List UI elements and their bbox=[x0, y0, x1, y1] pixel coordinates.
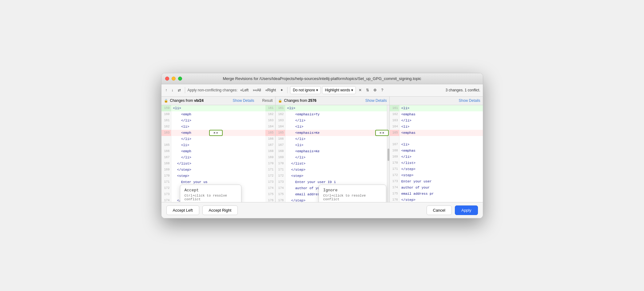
right-show-details[interactable]: Show Details bbox=[365, 98, 387, 103]
table-row: 172 <step> bbox=[276, 173, 389, 179]
table-row: 171 Enter your us 173 bbox=[161, 179, 275, 185]
left-code-area: 159 <li> 161 160 <emph 162 161 </li> 163… bbox=[161, 105, 275, 202]
far-right-code-area: 161 <li> 162 <emphas 163 </li> 164 <li> … bbox=[390, 105, 483, 202]
separator-2 bbox=[287, 87, 288, 93]
table-row: 160 <emph 162 bbox=[161, 111, 275, 118]
left-changes-label: Changes from vb/24 bbox=[170, 98, 204, 103]
table-row: 170 </list> bbox=[276, 161, 389, 167]
bottom-bar: Accept Left Accept Right Cancel Apply bbox=[161, 202, 483, 218]
table-row: 167 <li> bbox=[276, 142, 389, 148]
maximize-button[interactable] bbox=[178, 77, 182, 81]
table-row: 167 </li> 169 bbox=[161, 154, 275, 161]
toolbar: ↑ ↓ ⇄ Apply non-conflicting changes: «Le… bbox=[161, 84, 483, 97]
apply-button[interactable]: Apply bbox=[455, 205, 478, 215]
table-row: 165 <li> 167 bbox=[161, 142, 275, 148]
minimize-button[interactable] bbox=[172, 77, 176, 81]
apply-right-button[interactable]: «Right bbox=[264, 87, 278, 93]
apply-all-button[interactable]: »«All bbox=[251, 87, 263, 93]
table-row: 173 Enter your user bbox=[390, 178, 483, 185]
scrollbar-thumb[interactable] bbox=[388, 149, 389, 161]
settings-button[interactable]: ⚙ bbox=[372, 87, 378, 93]
table-row: 162 <emphasis>Ty bbox=[276, 111, 389, 118]
down-button[interactable]: ↓ bbox=[170, 87, 175, 93]
tooltip-desc-right: Ctrl+click to resolve conflict bbox=[323, 194, 382, 201]
table-row: 161 <li> bbox=[390, 105, 483, 111]
table-row: 166 </li> bbox=[276, 136, 389, 142]
table-row: 174 author of your bbox=[390, 185, 483, 191]
table-row: 171 </step> bbox=[276, 167, 389, 173]
left-conflict-tooltip: Accept Ctrl+click to resolve conflict bbox=[180, 185, 241, 202]
magic-wand-button[interactable]: ✦ bbox=[279, 87, 285, 93]
table-row: 164 <li> bbox=[276, 124, 389, 130]
tooltip-title: Accept bbox=[185, 188, 237, 193]
window-title: Merge Revisions for /Users/IdeaProjects/… bbox=[223, 76, 421, 81]
table-row: 169 </step> 171 bbox=[161, 167, 275, 173]
table-row: 168 <emphas bbox=[390, 148, 483, 154]
table-row: 168 <emphasis>Ke bbox=[276, 148, 389, 154]
table-row: 171 </step> bbox=[390, 166, 483, 172]
far-right-panel-header: Show Details bbox=[390, 97, 483, 105]
up-button[interactable]: ↑ bbox=[164, 87, 169, 93]
ignore-right-conflict-button[interactable]: « ✕ bbox=[375, 130, 389, 136]
table-row: 161 </li> 163 bbox=[161, 118, 275, 124]
table-row: 164 <li> bbox=[390, 124, 483, 130]
separator-1 bbox=[185, 87, 185, 93]
window-controls bbox=[165, 77, 182, 81]
table-row: 169 </li> bbox=[390, 154, 483, 160]
ignore-dropdown[interactable]: Do not ignore ▾ bbox=[290, 86, 321, 94]
main-content: 🔒 Changes from vb/24 Show Details Result… bbox=[161, 97, 483, 202]
scroll-sync-button[interactable]: ⇅ bbox=[364, 87, 371, 93]
left-panel-header: 🔒 Changes from vb/24 Show Details Result bbox=[161, 97, 275, 105]
close-x-button[interactable]: ✕ bbox=[357, 87, 363, 93]
table-row: 172 <step> bbox=[390, 172, 483, 178]
table-row: 173 Enter your user ID i bbox=[276, 179, 389, 185]
table-row: 163 </li> bbox=[390, 118, 483, 124]
table-row: 167 <li> bbox=[390, 142, 483, 148]
accept-left-button[interactable]: Accept Left bbox=[166, 205, 199, 215]
conflict-row-left: 163 <emph 165 ✕ » bbox=[161, 130, 275, 136]
table-row: 169 </li> bbox=[276, 154, 389, 161]
conflict-row-right: 165 <emphasis>Ke « ✕ bbox=[276, 130, 389, 136]
accept-left-conflict-button[interactable]: ✕ » bbox=[209, 130, 223, 136]
table-row: 165 <emphas bbox=[390, 130, 483, 136]
right-changes-label: Changes from 2576 bbox=[284, 98, 316, 103]
table-row: 168 </list> 170 bbox=[161, 161, 275, 167]
left-show-details[interactable]: Show Details bbox=[233, 98, 254, 103]
table-row: 159 <li> 161 bbox=[161, 105, 275, 111]
left-panel: 🔒 Changes from vb/24 Show Details Result… bbox=[161, 97, 276, 202]
changes-summary: 3 changes. 1 conflict. bbox=[446, 88, 480, 92]
right-code-area: 161 <li> 162 <emphasis>Ty 163 </li> 164 … bbox=[276, 105, 389, 202]
far-right-panel: Show Details 161 <li> 162 <emphas 163 </… bbox=[390, 97, 483, 202]
table-row: 166 <emph 168 bbox=[161, 148, 275, 154]
table-row: 170 </list> bbox=[390, 160, 483, 166]
highlight-dropdown[interactable]: Highlight words ▾ bbox=[322, 86, 356, 94]
table-row: 170 <step> 172 bbox=[161, 173, 275, 179]
table-row: 163 </li> bbox=[276, 118, 389, 124]
close-button[interactable] bbox=[165, 77, 169, 81]
table-row bbox=[390, 136, 483, 142]
table-row: 176 </step> bbox=[390, 197, 483, 202]
apply-left-button[interactable]: «Left bbox=[239, 87, 250, 93]
right-conflict-tooltip: Ignore Ctrl+click to resolve conflict bbox=[319, 185, 386, 202]
table-row: 162 <li> 164 bbox=[161, 124, 275, 130]
table-row: 161 <li> bbox=[276, 105, 389, 111]
tooltip-title-right: Ignore bbox=[323, 188, 382, 193]
lock-icon: 🔒 bbox=[164, 99, 168, 103]
tooltip-desc: Ctrl+click to resolve conflict bbox=[185, 194, 237, 201]
scrollbar-track[interactable] bbox=[387, 105, 389, 202]
result-label: Result bbox=[262, 98, 273, 103]
accept-right-button[interactable]: Accept Right bbox=[202, 205, 238, 215]
table-row: 175 email address pr bbox=[390, 191, 483, 197]
apply-non-conflicting-label: Apply non-conflicting changes: bbox=[188, 88, 238, 92]
right-panel-header: 🔒 Changes from 2576 Show Details bbox=[276, 97, 389, 105]
table-row: 162 <emphas bbox=[390, 111, 483, 118]
lock-icon-right: 🔒 bbox=[278, 99, 282, 103]
right-panel: 🔒 Changes from 2576 Show Details 161 <li… bbox=[276, 97, 390, 202]
far-right-show-details[interactable]: Show Details bbox=[459, 98, 480, 103]
titlebar: Merge Revisions for /Users/IdeaProjects/… bbox=[161, 73, 483, 84]
refresh-button[interactable]: ⇄ bbox=[176, 87, 182, 93]
table-row: </li> 166 bbox=[161, 136, 275, 142]
main-window: Merge Revisions for /Users/IdeaProjects/… bbox=[161, 73, 483, 218]
help-button[interactable]: ? bbox=[380, 87, 385, 93]
cancel-button[interactable]: Cancel bbox=[427, 205, 452, 215]
